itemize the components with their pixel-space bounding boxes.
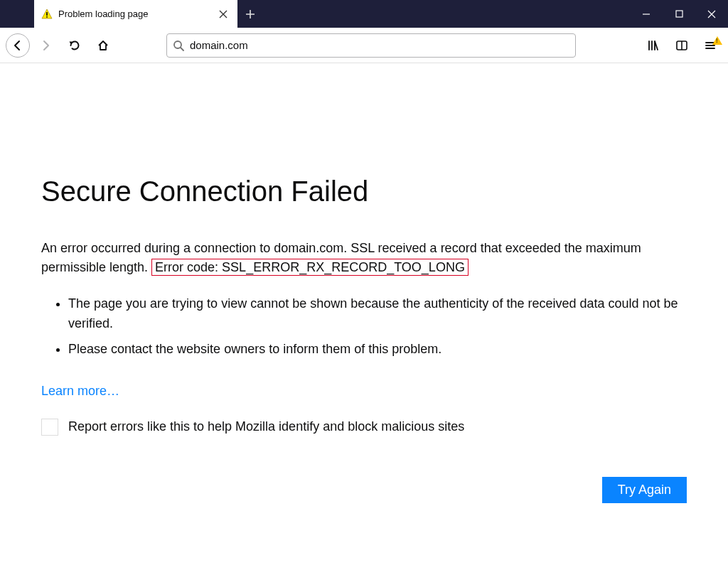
tab-title: Problem loading page [58, 9, 210, 19]
learn-more-link[interactable]: Learn more… [41, 384, 119, 399]
report-row: Report errors like this to help Mozilla … [41, 419, 687, 436]
report-checkbox[interactable] [41, 419, 58, 436]
svg-rect-1 [46, 12, 48, 16]
close-window-button[interactable] [695, 0, 728, 28]
close-tab-button[interactable] [216, 7, 230, 21]
error-description: An error occurred during a connection to… [41, 239, 687, 277]
svg-rect-2 [46, 16, 48, 18]
back-button[interactable] [6, 33, 30, 58]
error-code-highlight: Error code: SSL_ERROR_RX_RECORD_TOO_LONG [151, 259, 469, 276]
url-bar[interactable] [166, 33, 576, 58]
page-title: Secure Connection Failed [41, 176, 687, 208]
forward-button[interactable] [34, 33, 58, 58]
sidebar-button[interactable] [670, 33, 694, 58]
minimize-button[interactable] [630, 0, 663, 28]
tab-strip: Problem loading page [0, 0, 630, 28]
titlebar: Problem loading page [0, 0, 728, 28]
reload-button[interactable] [63, 33, 87, 58]
tab-active[interactable]: Problem loading page [34, 0, 237, 28]
warning-icon [41, 9, 53, 20]
action-row: Try Again [41, 477, 687, 503]
new-tab-button[interactable] [237, 0, 263, 28]
error-page-content: Secure Connection Failed An error occurr… [0, 63, 728, 517]
menu-warning-badge [712, 36, 722, 45]
nav-toolbar [0, 28, 728, 63]
menu-button[interactable] [698, 33, 722, 58]
library-button[interactable] [641, 33, 665, 58]
window-controls [630, 0, 728, 28]
try-again-button[interactable]: Try Again [602, 477, 687, 503]
maximize-button[interactable] [663, 0, 695, 28]
report-label: Report errors like this to help Mozilla … [68, 419, 464, 434]
search-icon [173, 40, 184, 51]
url-input[interactable] [190, 39, 569, 51]
home-button[interactable] [91, 33, 115, 58]
svg-rect-3 [676, 11, 682, 17]
error-details-list: The page you are trying to view cannot b… [41, 294, 687, 360]
error-detail-item: Please contact the website owners to inf… [68, 340, 687, 360]
error-detail-item: The page you are trying to view cannot b… [68, 294, 687, 334]
